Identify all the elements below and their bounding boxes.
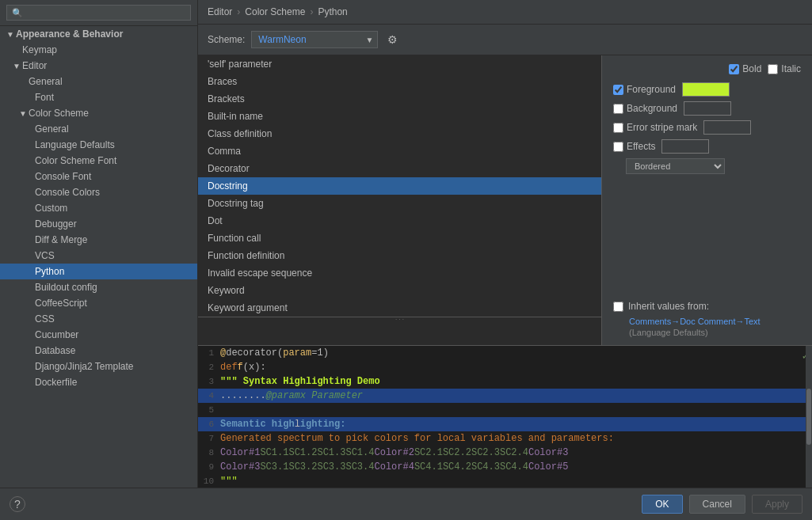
main-content: Editor › Color Scheme › Python Scheme: W… <box>198 0 812 488</box>
preview-line-6: 6 Semantic highlighting: <box>198 417 812 431</box>
search-input[interactable] <box>6 5 191 21</box>
breadcrumb-editor: Editor <box>208 6 232 17</box>
element-item-brackets[interactable]: Brackets <box>198 90 601 108</box>
element-item-braces[interactable]: Braces <box>198 73 601 90</box>
sidebar-item-font[interactable]: Font <box>0 89 197 105</box>
scroll-thumb <box>806 389 811 446</box>
token-7-0: Generated spectrum to pick colors for lo… <box>220 433 614 444</box>
ok-button[interactable]: OK <box>642 495 682 514</box>
sidebar-item-debugger[interactable]: Debugger <box>0 216 197 232</box>
cancel-button[interactable]: Cancel <box>689 495 745 514</box>
sidebar-item-django-jinja2[interactable]: Django/Jinja2 Template <box>0 359 197 374</box>
scheme-select-wrap: WarmNeon Default Darcula High contrast ▼ <box>251 31 378 48</box>
element-item-keyword[interactable]: Keyword <box>198 282 601 299</box>
scheme-select[interactable]: WarmNeon Default Darcula High contrast <box>251 31 378 48</box>
element-item-docstring-tag[interactable]: Docstring tag <box>198 195 601 212</box>
sidebar-item-label-python: Python <box>35 266 64 277</box>
token-9-7: SC3.3 <box>317 461 345 473</box>
preview-line-2: 2def f(x): <box>198 360 812 374</box>
element-item-function-def[interactable]: Function definition <box>198 247 601 264</box>
sidebar-item-label-cucumber: Cucumber <box>35 329 78 340</box>
sidebar-item-editor[interactable]: ▼ Editor <box>0 58 197 74</box>
foreground-color-swatch[interactable] <box>682 82 730 97</box>
token-9-9: SC3.4 <box>345 461 374 473</box>
inherit-link[interactable]: Comments→Doc Comment→Text <box>629 317 801 326</box>
background-color-swatch[interactable] <box>684 101 731 116</box>
sidebar-item-label-debugger: Debugger <box>35 218 77 230</box>
inherit-checkbox[interactable] <box>613 302 623 312</box>
background-label: Background <box>627 103 677 114</box>
sidebar-item-database[interactable]: Database <box>0 343 197 359</box>
sidebar-item-label-appearance: Appearance & Behavior <box>16 28 123 40</box>
sidebar-item-cs-general[interactable]: General <box>0 121 197 137</box>
resize-handle[interactable]: · · · <box>198 317 601 321</box>
line-number-7: 7 <box>201 434 220 443</box>
inherit-link-area: Comments→Doc Comment→Text (Language Defa… <box>613 317 801 337</box>
token-6-1: Semantic high <box>220 419 295 430</box>
sidebar-item-label-console-colors: Console Colors <box>35 187 100 198</box>
sidebar-item-label-django-jinja2: Django/Jinja2 Template <box>35 361 134 372</box>
sidebar-item-custom[interactable]: Custom <box>0 200 197 216</box>
sidebar-item-coffeescript[interactable]: CoffeeScript <box>0 295 197 311</box>
element-item-builtin-name[interactable]: Built-in name <box>198 108 601 125</box>
sidebar-item-dockerfile[interactable]: Dockerfile <box>0 374 197 390</box>
sidebar-item-appearance[interactable]: ▼ Appearance & Behavior <box>0 26 197 42</box>
effects-dropdown[interactable]: Bordered Underline Bold underline Strike… <box>626 158 725 174</box>
sidebar-item-general[interactable]: General <box>0 74 197 89</box>
effects-checkbox[interactable] <box>613 142 623 152</box>
settings-dialog: ▼ Appearance & BehaviorKeymap▼ EditorGen… <box>0 0 812 520</box>
item-list: 'self' parameterBracesBracketsBuilt-in n… <box>198 55 602 345</box>
sidebar-item-language-defaults[interactable]: Language Defaults <box>0 137 197 153</box>
element-item-dot[interactable]: Dot <box>198 212 601 230</box>
element-item-self-param[interactable]: 'self' parameter <box>198 55 601 73</box>
element-item-class-def[interactable]: Class definition <box>198 125 601 142</box>
sidebar-item-color-scheme[interactable]: ▼ Color Scheme <box>0 105 197 121</box>
element-item-docstring[interactable]: Docstring <box>198 177 601 195</box>
background-checkbox[interactable] <box>613 104 623 114</box>
effects-dropdown-wrap: Bordered Underline Bold underline Strike… <box>626 158 725 174</box>
element-item-invalid-escape[interactable]: Invalid escape sequence <box>198 264 601 282</box>
bold-checkbox[interactable] <box>729 64 739 74</box>
preview-scrollbar[interactable] <box>806 346 812 488</box>
sidebar-item-vcs[interactable]: VCS <box>0 248 197 264</box>
sidebar-item-color-scheme-font[interactable]: Color Scheme Font <box>0 153 197 169</box>
element-item-function-call[interactable]: Function call <box>198 230 601 247</box>
token-8-7: SC1.3 <box>317 447 345 458</box>
foreground-checkbox[interactable] <box>613 85 623 95</box>
token-6-3: ighting: <box>300 419 346 430</box>
sidebar-item-console-font[interactable]: Console Font <box>0 169 197 184</box>
sidebar-item-diff-merge[interactable]: Diff & Merge <box>0 232 197 248</box>
sidebar-item-label-general: General <box>29 76 63 87</box>
foreground-checkbox-area: Foreground <box>613 84 676 95</box>
preview-line-9: 9 Color#3 SC3.1 SC3.2 SC3.3 SC3.4 Color#… <box>198 460 812 474</box>
preview-line-5: 5 <box>198 403 812 417</box>
sidebar-item-buildout-config[interactable]: Buildout config <box>0 279 197 295</box>
breadcrumb-sep2: › <box>310 6 313 17</box>
token-4-2: x Parameter <box>300 390 363 401</box>
help-button[interactable]: ? <box>10 496 25 512</box>
sidebar-item-label-diff-merge: Diff & Merge <box>35 234 87 245</box>
sidebar-item-keymap[interactable]: Keymap <box>0 42 197 58</box>
sidebar-item-css[interactable]: CSS <box>0 311 197 327</box>
token-9-21: Color#5 <box>528 461 568 473</box>
breadcrumb-color-scheme: Color Scheme <box>245 6 305 17</box>
error-stripe-color-swatch[interactable] <box>703 120 751 135</box>
apply-button[interactable]: Apply <box>752 495 802 514</box>
element-item-decorator[interactable]: Decorator <box>198 160 601 177</box>
italic-checkbox[interactable] <box>768 64 778 74</box>
error-stripe-checkbox[interactable] <box>613 123 623 133</box>
token-8-17: SC2.3 <box>471 447 500 458</box>
scheme-gear-button[interactable]: ⚙ <box>384 32 401 47</box>
sidebar-item-label-custom: Custom <box>35 203 67 214</box>
element-item-keyword-arg[interactable]: Keyword argument <box>198 299 601 317</box>
bold-italic-row: Bold Italic <box>613 63 801 74</box>
line-number-4: 4 <box>201 391 220 400</box>
element-item-comma[interactable]: Comma <box>198 142 601 160</box>
sidebar-item-cucumber[interactable]: Cucumber <box>0 327 197 343</box>
sidebar-item-console-colors[interactable]: Console Colors <box>0 184 197 200</box>
breadcrumb-sep1: › <box>237 6 240 17</box>
search-box <box>0 0 197 26</box>
token-9-19: SC4.4 <box>500 461 528 473</box>
effects-color-swatch[interactable] <box>661 139 709 154</box>
sidebar-item-python[interactable]: Python <box>0 264 197 279</box>
